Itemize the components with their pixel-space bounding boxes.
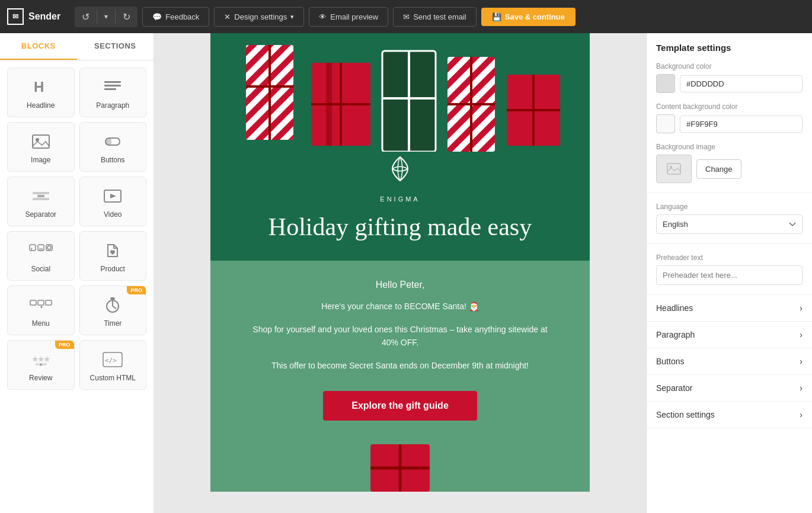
app-logo: ✉ Sender xyxy=(7,8,60,25)
preheader-label: Preheader text xyxy=(656,254,803,262)
paragraph-icon xyxy=(103,78,122,97)
product-label: Product xyxy=(101,265,125,273)
social-label: Social xyxy=(31,265,50,273)
expand-headlines[interactable]: Headlines › xyxy=(647,295,812,322)
block-timer[interactable]: PRO Timer xyxy=(79,286,147,335)
main-layout: BLOCKS SECTIONS H Headline xyxy=(0,0,812,513)
panel-tabs: BLOCKS SECTIONS xyxy=(0,33,154,60)
video-label: Video xyxy=(104,210,122,219)
block-social[interactable]: f in Social xyxy=(7,231,75,281)
canvas-area: ENIGMA Holiday gifting made easy Hello P… xyxy=(154,33,646,513)
menu-label: Menu xyxy=(32,319,50,328)
save-label: Save & continue xyxy=(505,12,565,21)
content-bg-swatch[interactable] xyxy=(656,114,675,133)
design-dropdown-icon: ▾ xyxy=(290,13,294,21)
headline-label: Headline xyxy=(27,101,55,110)
headline-icon: H xyxy=(31,78,50,97)
email-para-2: Shop for yourself and your loved ones th… xyxy=(246,323,554,350)
block-separator[interactable]: Separator xyxy=(7,177,75,226)
tab-sections[interactable]: SECTIONS xyxy=(77,33,154,60)
paragraph-chevron-icon: › xyxy=(800,330,803,339)
bg-color-swatch[interactable] xyxy=(656,74,675,93)
app-name: Sender xyxy=(28,11,60,22)
block-buttons[interactable]: Buttons xyxy=(79,122,147,172)
left-panel: BLOCKS SECTIONS H Headline xyxy=(0,33,154,513)
expand-separator[interactable]: Separator › xyxy=(647,375,812,402)
svg-text:★: ★ xyxy=(43,354,51,364)
email-cta-button[interactable]: Explore the gift guide xyxy=(323,391,477,421)
svg-text:f: f xyxy=(31,246,33,252)
buttons-expand-label: Buttons xyxy=(656,357,684,366)
email-body: Hello Peter, Here's your chance to BECOM… xyxy=(210,261,590,444)
menu-icon xyxy=(29,296,53,315)
block-paragraph[interactable]: Paragraph xyxy=(79,68,147,117)
buttons-icon xyxy=(103,132,122,151)
preheader-input[interactable] xyxy=(656,265,803,285)
svg-rect-19 xyxy=(30,300,36,305)
custom-html-icon: </> xyxy=(102,350,123,369)
feedback-button[interactable]: 💬 Feedback xyxy=(142,7,209,27)
preheader-section: Preheader text xyxy=(647,244,812,295)
email-bottom-section xyxy=(210,444,590,492)
svg-text:in: in xyxy=(39,247,43,251)
expand-buttons[interactable]: Buttons › xyxy=(647,348,812,375)
block-product[interactable]: Product xyxy=(79,231,147,281)
language-select[interactable]: English Spanish French German xyxy=(656,214,803,234)
content-bg-input[interactable] xyxy=(680,116,803,133)
email-greeting: Hello Peter, xyxy=(246,280,554,290)
dropdown-button[interactable]: ▾ xyxy=(97,8,115,25)
undo-button[interactable]: ↺ xyxy=(75,7,97,27)
hero-svg xyxy=(210,33,590,152)
review-label: Review xyxy=(29,374,52,382)
expand-section-settings[interactable]: Section settings › xyxy=(647,402,812,428)
block-headline[interactable]: H Headline xyxy=(7,68,75,117)
save-icon: 💾 xyxy=(492,12,501,21)
redo-button[interactable]: ↻ xyxy=(116,7,138,27)
tab-blocks[interactable]: BLOCKS xyxy=(0,33,77,60)
svg-text:</>: </> xyxy=(105,357,117,364)
review-icon: ★ ★ ★ xyxy=(30,350,52,369)
send-test-button[interactable]: ✉ Send test email xyxy=(393,7,477,27)
topbar: ✉ Sender ↺ ▾ ↻ 💬 Feedback ✕ Design setti… xyxy=(0,0,812,33)
svg-rect-9 xyxy=(33,198,49,200)
expand-paragraph[interactable]: Paragraph › xyxy=(647,322,812,348)
block-menu[interactable]: Menu xyxy=(7,286,75,335)
svg-point-18 xyxy=(47,246,51,249)
svg-rect-3 xyxy=(104,88,116,90)
preview-icon: 👁 xyxy=(319,12,327,21)
section-settings-chevron-icon: › xyxy=(800,410,803,419)
block-video[interactable]: Video xyxy=(79,177,147,226)
bg-color-row xyxy=(656,74,803,93)
svg-rect-7 xyxy=(106,138,111,145)
image-icon xyxy=(31,132,50,151)
timer-icon xyxy=(104,296,122,315)
svg-rect-10 xyxy=(37,195,44,197)
email-preview-label: Email preview xyxy=(330,12,378,21)
separator-chevron-icon: › xyxy=(800,383,803,393)
save-button[interactable]: 💾 Save & continue xyxy=(481,8,576,26)
svg-rect-8 xyxy=(33,192,49,194)
design-settings-button[interactable]: ✕ Design settings ▾ xyxy=(214,7,304,27)
block-review[interactable]: PRO ★ ★ ★ Review xyxy=(7,340,75,390)
template-settings-section: Template settings Background color Conte… xyxy=(647,33,812,193)
image-label: Image xyxy=(31,156,50,164)
blocks-grid: H Headline Paragraph xyxy=(0,60,154,397)
svg-rect-1 xyxy=(104,81,121,83)
content-bg-color-row xyxy=(656,114,803,133)
logo-icon: ✉ xyxy=(7,8,24,25)
block-image[interactable]: Image xyxy=(7,122,75,172)
content-bg-label: Content background color xyxy=(656,102,803,111)
bg-change-button[interactable]: Change xyxy=(696,159,741,179)
email-canvas: ENIGMA Holiday gifting made easy Hello P… xyxy=(210,33,590,513)
undo-redo-group: ↺ ▾ ↻ xyxy=(75,7,138,27)
email-preview-button[interactable]: 👁 Email preview xyxy=(309,7,388,27)
svg-marker-12 xyxy=(110,194,116,198)
bg-color-label: Background color xyxy=(656,62,803,70)
email-para-1: Here's your chance to BECOME Santa! 🎅 xyxy=(246,300,554,313)
block-custom-html[interactable]: </> Custom HTML xyxy=(79,340,147,390)
bg-color-input[interactable] xyxy=(680,75,803,92)
separator-expand-label: Separator xyxy=(656,383,692,393)
svg-line-25 xyxy=(113,306,116,309)
paragraph-label: Paragraph xyxy=(96,101,129,110)
svg-rect-4 xyxy=(33,135,49,148)
